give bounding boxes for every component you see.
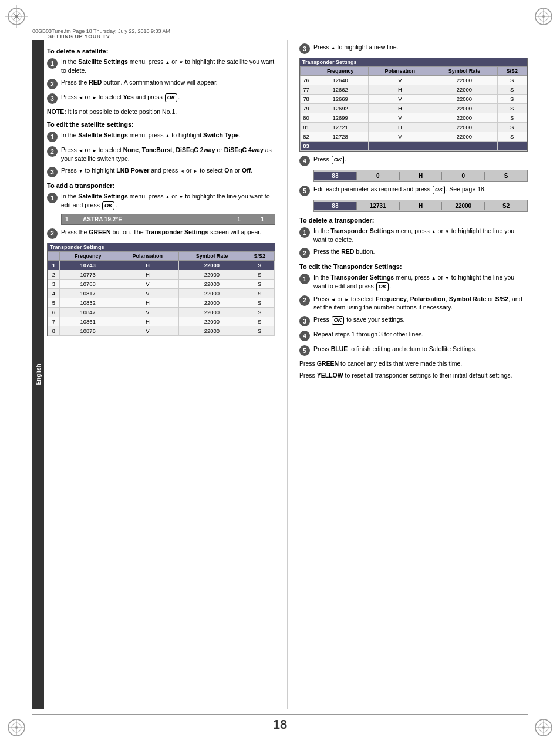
col-header-sym: Symbol Rate: [179, 251, 245, 260]
press-green-text: Press GREEN to cancel any edits that wer…: [299, 359, 528, 368]
step-number: 3: [47, 93, 58, 104]
step-text: Press OK.: [313, 155, 528, 164]
step-number: 1: [47, 193, 58, 203]
step-text: In the Transponder Settings menu, press …: [313, 273, 528, 291]
col-header-num: [301, 67, 312, 76]
edit-transponder-step2: 2 Press ◄ or ► to select Frequency, Pola…: [299, 295, 528, 312]
step-number: 3: [299, 316, 310, 326]
table-row: 8212728V22000S: [301, 132, 527, 142]
corner-decoration-tl: [5, 5, 28, 28]
delete-satellite-step1: 1 In the Satellite Settings menu, press …: [47, 58, 275, 75]
delete-satellite-step3: 3 Press ◄ or ► to select Yes and press O…: [47, 93, 275, 104]
table-title: Transponder Settings: [300, 58, 527, 66]
add-transponder-step3-right: 3 Press ▲ to highlight a new line.: [299, 43, 528, 54]
add-transponder-step1: 1 In the Satellite Settings menu, press …: [47, 192, 275, 210]
table-row: 7812669V22000S: [301, 95, 527, 104]
result-cell: 0: [442, 172, 485, 180]
edit-satellite-step2: 2 Press ◄ or ► to select None, ToneBurst…: [47, 146, 275, 163]
col-header-num: [48, 251, 60, 260]
step-text: Press ◄ or ► to select Yes and press OK.: [61, 93, 275, 102]
step-number: 2: [299, 248, 310, 258]
svg-point-23: [542, 726, 545, 729]
edit-transponder-step1: 1 In the Transponder Settings menu, pres…: [299, 273, 528, 291]
col-header-ss2: S/S2: [497, 67, 527, 76]
result-cell: 83: [314, 202, 357, 210]
result-bar-2: 83 12731 H 22000 S2: [313, 200, 528, 212]
svg-point-13: [542, 15, 545, 18]
table-row: 83: [301, 142, 527, 151]
step-number: 1: [47, 132, 58, 142]
table-row: 410817V22000S: [48, 288, 275, 298]
step-number: 5: [299, 345, 310, 356]
step-text: In the Satellite Settings menu, press ▲ …: [61, 58, 275, 75]
step-number: 2: [47, 228, 58, 239]
delete-transponder-step2: 2 Press the RED button.: [299, 247, 528, 258]
step-text: Press BLUE to finish editing and return …: [313, 345, 528, 354]
step-text: Press ▲ to highlight a new line.: [313, 43, 528, 52]
step-text: Edit each parameter as required and pres…: [313, 185, 528, 194]
result-bar-1: 83 0 H 0 S: [313, 170, 528, 182]
col-header-ss2: S/S2: [245, 251, 274, 260]
table-row: 7712662H22000S: [301, 85, 527, 95]
table-row: 310788V22000S: [48, 279, 275, 288]
table-row: 510832H22000S: [48, 298, 275, 307]
step-number: 2: [47, 79, 58, 89]
result-cell: 0: [357, 172, 400, 180]
left-column: To delete a satellite: 1 In the Satellit…: [47, 40, 275, 709]
press-yellow-text: Press YELLOW to reset all transponder se…: [299, 371, 528, 380]
table-row: 8012699V22000S: [301, 113, 527, 123]
col-header-freq: Frequency: [312, 67, 369, 76]
delete-satellite-heading: To delete a satellite:: [47, 48, 275, 55]
right-column: 3 Press ▲ to highlight a new line. Trans…: [299, 40, 528, 709]
add-transponder-heading: To add a transponder:: [47, 182, 275, 189]
add-transponder-step4: 4 Press OK.: [299, 155, 528, 166]
result-cell: 22000: [442, 202, 485, 210]
edit-transponder-step3: 3 Press OK to save your settings.: [299, 315, 528, 326]
edit-satellite-heading: To edit the satellite settings:: [47, 121, 275, 128]
table-row: 7912692H22000S: [301, 104, 527, 113]
edit-transponder-step5: 5 Press BLUE to finish editing and retur…: [299, 345, 528, 356]
step-number: 2: [299, 295, 310, 306]
col-header-pol: Polarisation: [116, 251, 179, 260]
table-row: 8112721H22000S: [301, 123, 527, 132]
highlight-bar-col2: ASTRA 19.2°E: [83, 216, 224, 223]
step-text: Press the GREEN button. The Transponder …: [61, 228, 275, 237]
main-content: To delete a satellite: 1 In the Satellit…: [47, 40, 528, 709]
step-text: Press ◄ or ► to select None, ToneBurst, …: [61, 146, 275, 163]
column-divider: [287, 40, 288, 709]
highlight-bar-col1: 1: [65, 216, 77, 223]
section-header: SETTING UP YOUR TV: [48, 33, 110, 39]
result-cell: 83: [314, 172, 357, 180]
step-text: Press the RED button. A confirmation win…: [61, 78, 275, 87]
transponder-table-left: Transponder Settings Frequency Polarisat…: [47, 243, 275, 336]
edit-transponder-step4: 4 Repeat steps 1 through 3 for other lin…: [299, 330, 528, 341]
result-cell: S: [485, 172, 527, 180]
step-number: 4: [299, 156, 310, 166]
bottom-divider: [32, 714, 528, 715]
step-text: Press ▼ to highlight LNB Power and press…: [61, 166, 275, 175]
svg-point-18: [15, 726, 18, 729]
col-header-pol: Polarisation: [369, 67, 431, 76]
note-text: NOTE: It is not possible to delete posit…: [47, 107, 275, 116]
result-cell: 12731: [357, 202, 400, 210]
step-number: 1: [299, 227, 310, 238]
table-row: 810876V22000S: [48, 326, 275, 335]
corner-decoration-bl: [5, 716, 28, 739]
table-row: 610847V22000S: [48, 307, 275, 317]
edit-satellite-step3: 3 Press ▼ to highlight LNB Power and pre…: [47, 166, 275, 177]
page-number: 18: [273, 717, 287, 732]
col-header-sym: Symbol Rate: [431, 67, 497, 76]
delete-satellite-step2: 2 Press the RED button. A confirmation w…: [47, 78, 275, 89]
step-text: In the Satellite Settings menu, press ▲ …: [61, 192, 275, 210]
step-number: 3: [47, 167, 58, 177]
step-text: Press ◄ or ► to select Frequency, Polari…: [313, 295, 528, 312]
table-row: 7612640V22000S: [301, 76, 527, 85]
corner-decoration-br: [532, 716, 555, 739]
add-transponder-step2: 2 Press the GREEN button. The Transponde…: [47, 228, 275, 239]
step-number: 5: [299, 186, 310, 196]
delete-transponder-heading: To delete a transponder:: [299, 217, 528, 224]
transponder-table-right: Transponder Settings Frequency Polarisat…: [299, 58, 528, 152]
highlight-bar-col3: 1: [230, 216, 248, 223]
result-cell: S2: [485, 202, 527, 210]
delete-transponder-step1: 1 In the Transponder Settings menu, pres…: [299, 227, 528, 244]
